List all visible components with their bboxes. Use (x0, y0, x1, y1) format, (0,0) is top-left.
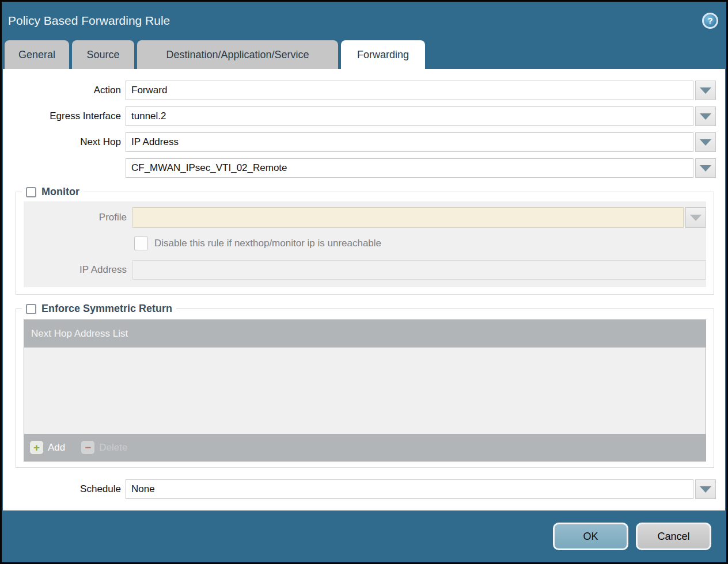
plus-icon: + (30, 441, 43, 454)
schedule-select[interactable]: None (126, 479, 693, 499)
enforce-legend: Enforce Symmetric Return (22, 303, 176, 315)
disable-rule-row: Disable this rule if nexthop/monitor ip … (134, 237, 706, 250)
next-hop-type-dropdown-button[interactable] (695, 132, 716, 152)
delete-button: − Delete (81, 441, 127, 454)
tab-source[interactable]: Source (72, 40, 134, 69)
chevron-down-icon (700, 486, 711, 493)
action-row: Action Forward (12, 81, 716, 100)
next-hop-label: Next Hop (12, 136, 126, 148)
add-button[interactable]: + Add (30, 441, 65, 454)
disable-rule-label: Disable this rule if nexthop/monitor ip … (154, 238, 381, 249)
chevron-down-icon (700, 87, 711, 94)
action-label: Action (12, 85, 126, 96)
next-hop-address-list-header: Next Hop Address List (24, 320, 706, 348)
egress-interface-select[interactable]: tunnel.2 (126, 106, 693, 126)
schedule-label: Schedule (12, 483, 126, 495)
forwarding-tab-panel: Action Forward Egress Interface tunnel.2… (3, 69, 725, 510)
next-hop-address-row: CF_MWAN_IPsec_VTI_02_Remote (12, 158, 716, 178)
profile-select-disabled (132, 207, 684, 228)
next-hop-address-dropdown-button[interactable] (695, 158, 716, 178)
action-dropdown-button[interactable] (695, 81, 716, 100)
egress-interface-label: Egress Interface (12, 110, 126, 122)
monitor-checkbox[interactable] (26, 187, 36, 197)
pbf-rule-dialog: Policy Based Forwarding Rule ? General S… (0, 0, 728, 564)
chevron-down-icon (700, 165, 711, 172)
egress-interface-row: Egress Interface tunnel.2 (12, 106, 716, 126)
profile-row: Profile (24, 207, 706, 228)
chevron-down-icon (700, 139, 711, 146)
ok-button[interactable]: OK (553, 523, 628, 550)
monitor-ip-input-disabled (132, 260, 706, 280)
chevron-down-icon (700, 113, 711, 120)
next-hop-address-list-toolbar: + Add − Delete (24, 434, 706, 461)
delete-button-label: Delete (99, 442, 127, 454)
monitor-section: Monitor Profile Disable this rule if nex… (16, 186, 714, 295)
help-icon[interactable]: ? (702, 13, 718, 29)
profile-label: Profile (24, 212, 132, 223)
cancel-button[interactable]: Cancel (636, 523, 711, 550)
enforce-symmetric-return-section: Enforce Symmetric Return Next Hop Addres… (16, 303, 714, 468)
next-hop-address-select[interactable]: CF_MWAN_IPsec_VTI_02_Remote (126, 158, 693, 178)
chevron-down-icon (690, 215, 702, 221)
profile-dropdown-button (685, 207, 706, 228)
next-hop-address-list-table: Next Hop Address List + Add − Delete (24, 319, 706, 462)
disable-rule-checkbox (134, 237, 148, 250)
add-button-label: Add (48, 442, 65, 454)
next-hop-row: Next Hop IP Address (12, 132, 716, 152)
tab-general[interactable]: General (5, 40, 69, 69)
schedule-row: Schedule None (12, 479, 716, 499)
dialog-footer: OK Cancel (2, 510, 726, 562)
monitor-legend-label: Monitor (41, 186, 79, 198)
next-hop-address-list-body (24, 348, 706, 434)
action-select[interactable]: Forward (126, 81, 693, 100)
dialog-title: Policy Based Forwarding Rule (8, 14, 170, 28)
tab-bar: General Source Destination/Application/S… (2, 39, 726, 69)
enforce-legend-label: Enforce Symmetric Return (41, 303, 172, 315)
minus-icon: − (81, 441, 94, 454)
monitor-panel: Profile Disable this rule if nexthop/mon… (24, 201, 706, 287)
monitor-ip-label: IP Address (24, 264, 132, 276)
dialog-titlebar: Policy Based Forwarding Rule ? (2, 2, 726, 39)
schedule-dropdown-button[interactable] (695, 479, 716, 499)
tab-forwarding[interactable]: Forwarding (341, 40, 425, 69)
egress-interface-dropdown-button[interactable] (695, 106, 716, 126)
monitor-legend: Monitor (22, 186, 84, 198)
next-hop-type-select[interactable]: IP Address (126, 132, 693, 152)
monitor-ip-row: IP Address (24, 260, 706, 280)
enforce-symmetric-return-checkbox[interactable] (26, 304, 36, 314)
tab-destination-application-service[interactable]: Destination/Application/Service (137, 40, 338, 69)
